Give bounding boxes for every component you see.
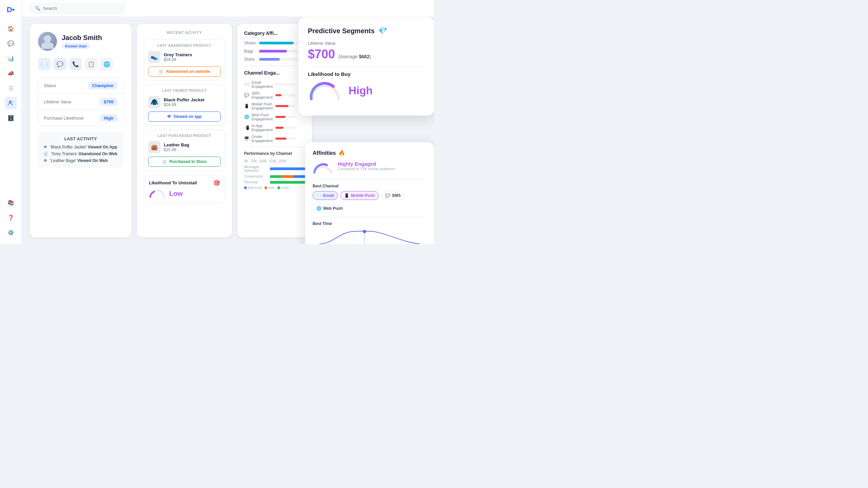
action-icons: ✉️ 💬 📞 📋 🌐 — [38, 58, 123, 70]
lifetime-value-value: $700 — [100, 98, 118, 106]
sms-engagement-row: 💬 SMS Engagement 30% — [244, 91, 305, 99]
sidebar-item-campaigns[interactable]: 📣 — [5, 67, 17, 79]
purchased-action-button[interactable]: 🛒 Purchased In Store — [148, 157, 221, 167]
abandoned-product-image: 👟 — [148, 51, 160, 63]
sms-pill-label: SMS — [392, 193, 401, 198]
eye-icon-1: 👁 — [43, 145, 47, 149]
notes-action-button[interactable]: 📋 — [85, 58, 98, 70]
lifetime-value-subtitle: Lifetime Value — [308, 41, 425, 46]
mobile-engagement-row: 📱 Mobile Push Engagement 66% — [244, 102, 305, 110]
sidebar-item-messages[interactable]: 💬 — [5, 37, 17, 49]
purchased-product-price: $15.99 — [164, 147, 189, 152]
best-channel-label: Best Channel — [313, 184, 427, 188]
fire-icon: 🔥 — [338, 150, 345, 156]
predictive-segments-panel: Predictive Segments 💎 Lifetime Value $70… — [298, 17, 434, 116]
onsite-engagement-row: 🖥️ Onsite Engagement — [244, 135, 305, 143]
onsite-engagement-fill — [275, 138, 286, 140]
lifetime-value-label: Lifetime Value — [44, 99, 71, 104]
sparkle-icon: 💎 — [378, 26, 387, 35]
web-action-button[interactable]: 🌐 — [100, 58, 113, 70]
webpush-engagement-icon: 🌐 — [244, 115, 249, 119]
search-input[interactable] — [43, 6, 120, 11]
shoes-fill — [259, 42, 294, 44]
sidebar-item-settings[interactable]: ⚙️ — [5, 226, 17, 239]
sidebar-item-help[interactable]: ❓ — [5, 211, 17, 224]
email-engagement-icon: ✉️ — [244, 82, 249, 87]
affinity-shoes: Shoes — [244, 41, 305, 45]
inapp-engagement-icon: 📲 — [244, 125, 249, 130]
eye-icon-viewed: 👁 — [167, 114, 171, 119]
eye-icon-2: 👁 — [43, 158, 47, 163]
mobile-engagement-fill — [275, 105, 289, 107]
sidebar-item-analytics[interactable]: 📊 — [5, 52, 17, 64]
profile-header: Jacob Smith Known User — [38, 32, 123, 51]
phone-action-button[interactable]: 📞 — [69, 58, 82, 70]
channel-pill-sms[interactable]: 💬 SMS — [381, 191, 405, 200]
inapp-engagement-row: 📲 In-App Engagement — [244, 124, 305, 132]
time-chart-svg — [313, 229, 427, 244]
cart-icon-1: 🛒 — [43, 151, 48, 156]
predictive-title: Predictive Segments — [308, 27, 375, 35]
viewed-action-label: Viewed on app — [173, 114, 202, 119]
mobile-engagement-label: Mobile Push Engagement — [252, 102, 273, 110]
sms-pill-icon: 💬 — [385, 193, 390, 198]
engaged-label: Highly Engaged — [338, 161, 395, 167]
onsite-engagement-track — [275, 138, 295, 140]
mobile-engagement-icon: 📱 — [244, 104, 249, 108]
likelihood-header: Likelihood To Uninstall 🎯 — [149, 180, 220, 186]
header: 🔍 — [22, 0, 434, 17]
cart-icon-purchased: 🛒 — [162, 159, 167, 164]
mobile-engagement-track — [275, 105, 295, 107]
channel-pills-2: 🌐 Web Push — [313, 204, 427, 213]
activity-item-text-1: 'Black Puffer Jacket' Viewed On App — [50, 145, 117, 149]
abandoned-action-button[interactable]: 🛒 Abandoned on website — [148, 66, 221, 77]
webpush-engagement-fill — [275, 116, 285, 118]
mobile-pill-icon: 📱 — [344, 193, 349, 198]
purchase-likelihood-value: High — [100, 114, 118, 122]
purchase-likelihood-row: Purchase Likelihood High — [38, 110, 123, 126]
sidebar-item-database[interactable]: 🗄️ — [5, 112, 17, 124]
lifetime-value-amount: $700 — [308, 47, 335, 61]
channel-pill-mobile[interactable]: 📱 Mobile Push — [340, 191, 379, 200]
email-pill-icon: ✉️ — [316, 193, 321, 198]
legend-webpush-dot — [244, 186, 247, 189]
svg-point-0 — [9, 101, 11, 103]
bags-label: Bags — [244, 49, 256, 54]
sms-action-button[interactable]: 💬 — [54, 58, 66, 70]
perf-revenue-bars — [270, 181, 305, 184]
sms-engagement-label: SMS Engagement — [252, 91, 273, 99]
abandoned-product-name: Grey Trainers — [164, 52, 192, 57]
content-area: Jacob Smith Known User ✉️ 💬 📞 📋 🌐 Status… — [22, 17, 434, 244]
activity-item-text-3: 'Leather Bage' Viewed On Web — [50, 158, 108, 163]
engaged-section: Highly Engaged Compared to 12K similar a… — [313, 161, 427, 175]
time-chart: Morning — [313, 229, 427, 244]
lifetime-value-avg: (Average $682) — [338, 54, 371, 59]
avatar — [38, 32, 57, 51]
perf-revenue-label: Revenue — [244, 180, 268, 184]
lifetime-value-row: Lifetime Value $700 — [38, 94, 123, 110]
legend-web-dot — [264, 186, 267, 189]
email-action-button[interactable]: ✉️ — [38, 58, 51, 70]
known-user-badge: Known User — [62, 43, 90, 49]
sidebar-item-lists[interactable]: ☰ — [5, 82, 17, 94]
cart-icon-abandoned: 🛒 — [159, 69, 164, 74]
sidebar-item-docs[interactable]: 📚 — [5, 197, 17, 209]
viewed-action-button[interactable]: 👁 Viewed on app — [148, 111, 221, 122]
main-content: 🔍 Jacob Smith Known User ✉️ 💬 📞 📋 — [22, 0, 434, 244]
onsite-engagement-icon: 🖥️ — [244, 136, 249, 141]
sidebar-item-users[interactable] — [5, 97, 17, 109]
likelihood-buy-gauge-svg — [308, 80, 342, 101]
activity-item-1: 👁 'Black Puffer Jacket' Viewed On App — [43, 145, 118, 149]
legend-email: Email — [277, 186, 289, 189]
email-engagement-row: ✉️ Email Engagement — [244, 80, 305, 88]
sidebar-item-home[interactable]: 🏠 — [5, 22, 17, 35]
mobile-pill-label: Mobile Push — [351, 193, 375, 198]
channel-pill-web[interactable]: 🌐 Web Push — [313, 204, 347, 213]
perf-revenue-row: Revenue — [244, 180, 305, 184]
purchased-product-info: 👜 Leather Bag $15.99 — [148, 141, 221, 153]
webpush-engagement-row: 🌐 Web Push Engagement — [244, 113, 305, 121]
search-bar[interactable]: 🔍 — [30, 3, 125, 13]
webpush-engagement-label: Web Push Engagement — [252, 113, 273, 121]
webpush-engagement-track — [275, 116, 295, 118]
channel-pill-email[interactable]: ✉️ Email — [313, 191, 338, 200]
